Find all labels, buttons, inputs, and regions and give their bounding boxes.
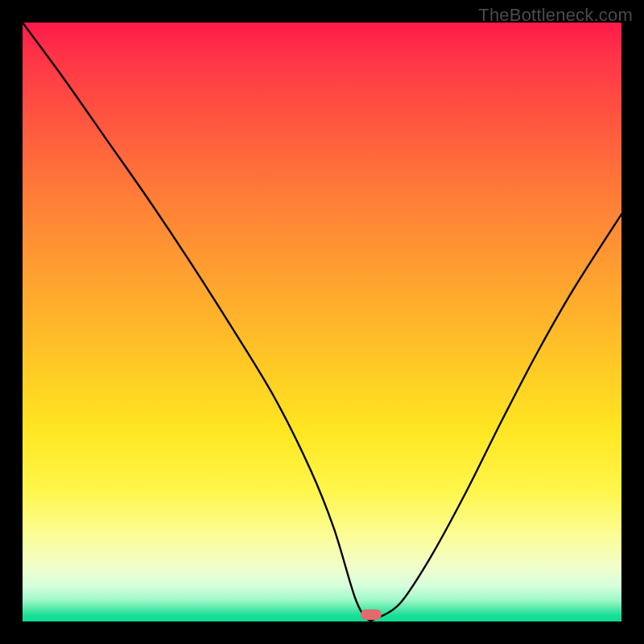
chart-frame: TheBottleneck.com xyxy=(0,0,644,644)
plot-area xyxy=(23,23,621,621)
optimal-marker xyxy=(361,609,382,620)
bottleneck-curve xyxy=(23,23,621,621)
watermark-text: TheBottleneck.com xyxy=(478,5,633,26)
